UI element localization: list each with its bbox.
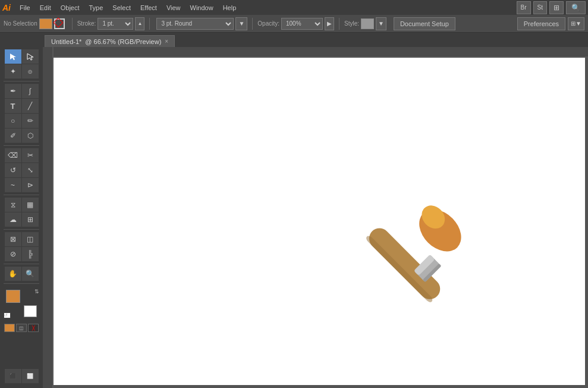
artboard-content	[54, 58, 585, 385]
menu-help[interactable]: Help	[219, 3, 241, 12]
curvature-tool[interactable]: ∫	[22, 84, 39, 98]
workspace-layout-button[interactable]: ⊞	[549, 1, 564, 14]
divider-3	[252, 18, 253, 30]
mesh-tool[interactable]: ⊠	[5, 232, 21, 246]
tool-sep-4	[4, 229, 39, 230]
style-arrow-button[interactable]: ▼	[376, 17, 386, 30]
eraser-tool[interactable]: ⌫	[5, 148, 21, 162]
menu-effect[interactable]: Effect	[136, 3, 161, 12]
menu-type[interactable]: Type	[85, 3, 108, 12]
selection-section: No Selection	[4, 18, 67, 29]
gradient-mode-btn[interactable]: ◫	[16, 324, 27, 332]
eyedropper-tool[interactable]: ⊘	[5, 247, 21, 261]
brush-options-button[interactable]: ▼	[235, 17, 247, 30]
tool-sep-6	[4, 283, 39, 284]
tool-row-scissors: ⌫ ✂	[5, 148, 39, 162]
type-tool[interactable]: T	[5, 99, 21, 113]
preferences-button[interactable]: Preferences	[517, 17, 565, 30]
tool-row-warp: ~ ⊳	[5, 178, 39, 192]
search-button[interactable]: 🔍	[566, 1, 586, 14]
tool-row-shape: ○ ✏	[5, 114, 39, 128]
menu-window[interactable]: Window	[186, 3, 218, 12]
tool-sep-5	[4, 264, 39, 264]
lasso-tool[interactable]: ⌾	[22, 64, 39, 79]
gradient-tool[interactable]: ◫	[22, 232, 39, 246]
fill-color-swatch[interactable]	[39, 18, 52, 29]
tool-row-pencil: ✐ ⬡	[5, 129, 39, 143]
stroke-weight-select[interactable]: 1 pt.	[98, 18, 133, 30]
swap-colors-icon[interactable]: ⇅	[34, 289, 39, 295]
bridge-button[interactable]: Br	[517, 1, 531, 14]
tab-close-button[interactable]: ×	[165, 38, 168, 45]
stroke-label: Stroke:	[77, 20, 96, 27]
paintbrush-tool[interactable]: ✏	[22, 114, 39, 128]
properties-toolbar: No Selection Stroke: 1 pt. ▲ 3 pt. Round…	[0, 15, 588, 33]
divider-4	[339, 18, 339, 30]
menu-bar: Ai File Edit Object Type Select Effect V…	[0, 0, 588, 15]
rotate-tool[interactable]: ↺	[5, 163, 21, 177]
bottom-tools: ⬛ ⬜	[5, 369, 39, 386]
reset-colors-icon[interactable]: ↺	[4, 312, 11, 318]
menu-file[interactable]: File	[15, 3, 34, 12]
none-mode-btn[interactable]: ╳	[28, 324, 39, 332]
tab-bar: Untitled-1* @ 66.67% (RGB/Preview) ×	[0, 33, 588, 47]
shaper-tool[interactable]: ⬡	[22, 129, 39, 143]
hand-tool[interactable]: ✋	[5, 267, 21, 281]
document-canvas[interactable]	[54, 58, 585, 385]
color-mode-row: ◫ ╳	[4, 324, 39, 332]
menu-object[interactable]: Object	[56, 3, 84, 12]
opacity-arrow-button[interactable]: ▶	[325, 17, 334, 30]
main-area: ✦ ⌾ ✒ ∫ T ╱ ○ ✏ ✐ ⬡ ⌫ ✂ ↺ ⤡ ~	[0, 47, 588, 388]
blend-tool[interactable]: ⧖	[5, 198, 21, 212]
tool-row-hand: ✋ 🔍	[5, 267, 39, 281]
menu-edit[interactable]: Edit	[36, 3, 55, 12]
pen-tool[interactable]: ✒	[5, 84, 21, 98]
ruler-vertical	[43, 47, 54, 388]
canvas-area	[43, 47, 588, 388]
symbol-sprayer-tool[interactable]: ☁	[5, 212, 21, 227]
foreground-color-swatch[interactable]	[6, 290, 20, 303]
arrange-button[interactable]: ⊞▼	[568, 17, 584, 30]
stroke-indicator[interactable]	[54, 18, 67, 29]
screen-mode-btn[interactable]: ⬜	[22, 369, 39, 383]
scissors-tool[interactable]: ✂	[22, 148, 39, 162]
tool-sep-1	[4, 81, 39, 82]
magic-wand-tool[interactable]: ✦	[5, 64, 21, 79]
width-tool[interactable]: ⊳	[22, 178, 39, 192]
document-setup-button[interactable]: Document Setup	[394, 17, 455, 30]
measure-tool[interactable]: ╠	[22, 247, 39, 261]
menu-view[interactable]: View	[162, 3, 185, 12]
scale-tool[interactable]: ⤡	[22, 163, 39, 177]
column-graph-tool[interactable]: ▦	[22, 198, 39, 212]
direct-selection-tool[interactable]	[22, 49, 39, 64]
tool-sep-3	[4, 195, 39, 195]
document-tab[interactable]: Untitled-1* @ 66.67% (RGB/Preview) ×	[45, 35, 175, 47]
svg-rect-2	[43, 47, 54, 388]
tool-row-type: T ╱	[5, 99, 39, 113]
style-swatch[interactable]	[361, 18, 374, 29]
warp-tool[interactable]: ~	[5, 178, 21, 192]
draw-mode-btn[interactable]: ⬛	[5, 369, 21, 383]
stock-button[interactable]: St	[533, 1, 547, 14]
opacity-select[interactable]: 100%	[281, 18, 323, 30]
zoom-tool[interactable]: 🔍	[22, 267, 39, 281]
background-color-swatch[interactable]	[24, 305, 37, 317]
menu-select[interactable]: Select	[108, 3, 135, 12]
pencil-tool[interactable]: ✐	[5, 129, 21, 143]
tools-panel: ✦ ⌾ ✒ ∫ T ╱ ○ ✏ ✐ ⬡ ⌫ ✂ ↺ ⤡ ~	[0, 47, 43, 388]
stroke-up-button[interactable]: ▲	[135, 17, 144, 30]
app-logo: Ai	[2, 3, 11, 12]
brush-select[interactable]: 3 pt. Round	[156, 18, 234, 30]
tab-info: @ 66.67% (RGB/Preview)	[85, 38, 161, 45]
perspective-grid-tool[interactable]: ⊞	[22, 212, 39, 227]
line-tool[interactable]: ╱	[22, 99, 39, 113]
selection-tool[interactable]	[5, 49, 21, 64]
color-mode-btn[interactable]	[4, 324, 15, 332]
style-label: Style:	[344, 20, 359, 27]
svg-rect-0	[43, 47, 588, 58]
tab-title: Untitled-1*	[51, 38, 81, 45]
tool-row-bottom: ⬛ ⬜	[5, 369, 39, 383]
ellipse-tool[interactable]: ○	[5, 114, 21, 128]
tool-row-pen2: ✒ ∫	[5, 84, 39, 98]
opacity-label: Opacity:	[257, 20, 279, 27]
